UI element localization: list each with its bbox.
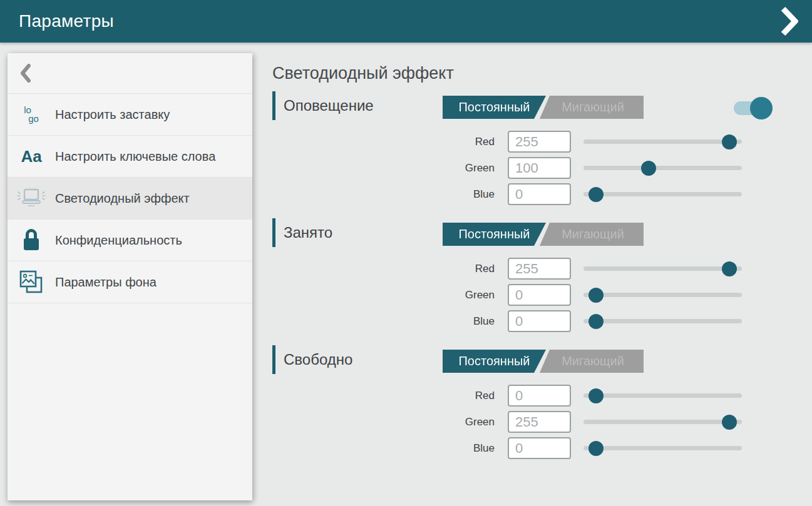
chevron-left-icon — [20, 64, 31, 83]
blue-label: Blue — [272, 315, 495, 328]
led-display-icon — [8, 187, 55, 210]
green-value-input[interactable] — [508, 284, 571, 306]
blue-value-input[interactable] — [508, 310, 571, 332]
blue-value-input[interactable] — [508, 437, 571, 459]
sidebar-item-label: Настроить ключевые слова — [55, 142, 223, 171]
channel-row-red: Red — [272, 385, 812, 407]
red-slider[interactable] — [583, 385, 742, 407]
slider-thumb[interactable] — [588, 314, 604, 329]
mode-tabs: Постоянный Мигающий — [443, 96, 641, 119]
slider-thumb[interactable] — [722, 261, 737, 276]
slider-thumb[interactable] — [588, 441, 604, 456]
red-label: Red — [272, 263, 495, 275]
green-slider[interactable] — [583, 284, 742, 306]
content-title: Светодиодный эффект — [272, 64, 812, 83]
slider-thumb[interactable] — [588, 187, 604, 202]
section-title: Свободно — [284, 351, 352, 368]
page-title: Параметры — [19, 11, 114, 31]
slider-thumb[interactable] — [641, 161, 656, 176]
section-title: Занято — [284, 224, 332, 241]
logo-icon: lo go — [8, 106, 55, 124]
slider-track[interactable] — [583, 266, 742, 271]
lock-icon — [8, 228, 55, 253]
slider-thumb[interactable] — [588, 388, 604, 403]
section-busy: Занято Постоянный Мигающий Red Green — [272, 218, 812, 332]
green-label: Green — [272, 416, 495, 428]
blue-slider[interactable] — [583, 437, 742, 459]
slider-track[interactable] — [583, 420, 742, 424]
channel-row-green: Green — [272, 411, 812, 433]
tab-blinking[interactable]: Мигающий — [540, 350, 644, 373]
tab-blinking[interactable]: Мигающий — [540, 96, 644, 119]
logo-icon-line2: go — [28, 114, 39, 123]
slider-track[interactable] — [583, 293, 742, 297]
slider-track[interactable] — [583, 139, 742, 144]
slider-thumb[interactable] — [588, 288, 604, 303]
forward-button[interactable] — [777, 5, 802, 38]
toggle-knob[interactable] — [750, 97, 773, 119]
blue-slider[interactable] — [583, 310, 742, 332]
channel-row-blue: Blue — [272, 183, 812, 205]
red-label: Red — [272, 390, 495, 402]
red-value-input[interactable] — [508, 131, 571, 153]
main-content: Светодиодный эффект Оповещение Постоянны… — [272, 43, 812, 506]
mode-tabs: Постоянный Мигающий — [443, 350, 641, 373]
tab-blinking[interactable]: Мигающий — [540, 223, 644, 246]
sidebar-item-label: Параметры фона — [55, 268, 164, 296]
slider-track[interactable] — [583, 166, 742, 170]
sidebar-item-keywords[interactable]: Aa Настроить ключевые слова — [8, 136, 252, 178]
blue-label: Blue — [272, 442, 495, 455]
sidebar-item-label: Настроить заставку — [55, 100, 177, 129]
sidebar-item-background[interactable]: Параметры фона — [8, 261, 252, 303]
section-free: Свободно Постоянный Мигающий Red Green — [272, 345, 812, 459]
channel-row-red: Red — [272, 258, 812, 280]
channel-row-green: Green — [272, 157, 812, 179]
keywords-icon: Aa — [8, 147, 55, 166]
channel-row-green: Green — [272, 284, 812, 306]
alert-enable-toggle[interactable] — [734, 101, 768, 115]
tab-solid[interactable]: Постоянный — [443, 223, 546, 246]
red-value-input[interactable] — [508, 385, 571, 407]
sidebar-item-privacy[interactable]: Конфиденциальность — [8, 220, 252, 261]
slider-track[interactable] — [583, 393, 742, 398]
sidebar-item-label: Конфиденциальность — [55, 226, 190, 255]
red-slider[interactable] — [583, 258, 742, 280]
app-header: Параметры — [0, 0, 812, 43]
sidebar-back-button[interactable] — [8, 53, 252, 94]
sidebar: lo go Настроить заставку Aa Настроить кл… — [8, 53, 252, 500]
tab-solid[interactable]: Постоянный — [443, 96, 546, 119]
chevron-right-icon — [781, 6, 798, 36]
slider-thumb[interactable] — [722, 415, 737, 430]
slider-track[interactable] — [583, 446, 742, 450]
green-label: Green — [272, 289, 495, 301]
red-value-input[interactable] — [508, 258, 571, 280]
sidebar-item-led-effect[interactable]: Светодиодный эффект — [8, 178, 252, 220]
slider-thumb[interactable] — [722, 134, 737, 149]
blue-label: Blue — [272, 188, 495, 201]
section-accent-bar — [272, 345, 275, 374]
channel-row-blue: Blue — [272, 310, 812, 332]
channel-row-red: Red — [272, 131, 812, 153]
sidebar-item-splash-screen[interactable]: lo go Настроить заставку — [8, 94, 252, 136]
section-alert: Оповещение Постоянный Мигающий Red Green — [272, 91, 812, 205]
red-label: Red — [272, 136, 495, 148]
green-slider[interactable] — [583, 157, 742, 179]
background-image-icon — [8, 270, 55, 295]
section-accent-bar — [272, 218, 275, 247]
mode-tabs: Постоянный Мигающий — [443, 223, 641, 246]
blue-value-input[interactable] — [508, 183, 571, 205]
slider-track[interactable] — [583, 192, 742, 196]
red-slider[interactable] — [583, 131, 742, 153]
slider-track[interactable] — [583, 319, 742, 323]
section-title: Оповещение — [284, 97, 374, 114]
sidebar-item-label: Светодиодный эффект — [55, 184, 197, 213]
green-slider[interactable] — [583, 411, 742, 433]
section-accent-bar — [272, 91, 275, 120]
green-value-input[interactable] — [508, 157, 571, 179]
tab-solid[interactable]: Постоянный — [443, 350, 546, 373]
green-value-input[interactable] — [508, 411, 571, 433]
channel-row-blue: Blue — [272, 437, 812, 459]
blue-slider[interactable] — [583, 183, 742, 205]
green-label: Green — [272, 162, 495, 175]
